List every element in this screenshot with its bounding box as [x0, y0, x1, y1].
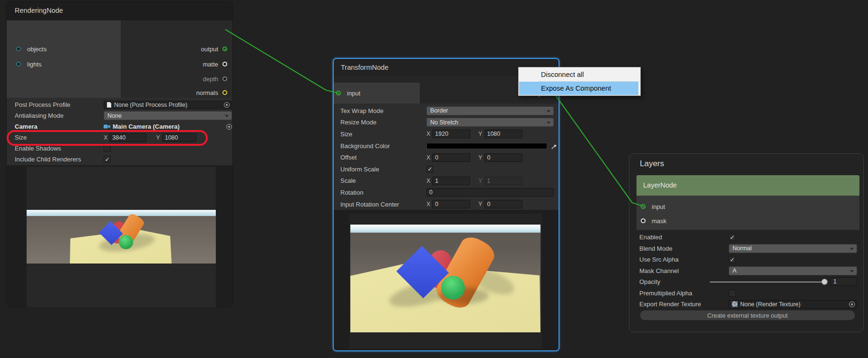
port-input-icon[interactable]	[336, 91, 341, 95]
menu-item-expose-as-component[interactable]: Expose As Component	[519, 82, 638, 95]
layer-node-header[interactable]: LayerNode	[637, 175, 859, 196]
row-post-process-profile: Post Process Profile None (Post Process …	[15, 99, 232, 110]
rendering-node-preview	[27, 167, 216, 307]
row-tex-wrap-mode: Tex Wrap Mode Border	[340, 105, 559, 117]
background-color-swatch[interactable]	[426, 143, 547, 149]
port-output-icon[interactable]	[222, 47, 227, 51]
premultiplied-alpha-checkbox[interactable]	[729, 290, 736, 297]
port-depth[interactable]: depth	[203, 74, 227, 84]
size-annotation-highlight	[7, 130, 208, 146]
layers-panel: Layers LayerNode input mask Enabled ✓ Bl…	[629, 153, 864, 332]
row-input-rotation-center: Input Rotation Center X 0 Y 0	[340, 198, 559, 210]
include-child-renderers-checkbox[interactable]: ✓	[104, 156, 111, 163]
row-scale: Scale X 1 Y 1	[340, 175, 559, 187]
port-output-dot	[224, 48, 226, 50]
render-texture-icon	[732, 301, 738, 307]
port-mask-icon[interactable]	[641, 218, 646, 223]
layer-node-properties: Enabled ✓ Blend Mode Normal Use Src Alph…	[629, 230, 863, 309]
mask-channel-dropdown[interactable]: A	[729, 266, 857, 275]
row-include-child-renderers: Include Child Renderers ✓	[15, 154, 232, 165]
port-matte-icon[interactable]	[222, 62, 227, 66]
rendering-node-ports: objects lights output matte depth normal…	[7, 20, 232, 98]
chevron-down-icon	[547, 122, 550, 124]
port-input-dot	[338, 93, 339, 94]
transform-node-preview-section	[334, 210, 559, 350]
row-background-color: Background Color	[340, 140, 559, 152]
row-rotation: Rotation 0	[340, 187, 559, 198]
rendering-node-panel: RenderingNode objects lights output matt…	[6, 1, 233, 307]
opacity-slider-knob[interactable]	[821, 279, 828, 285]
context-menu: Disconnect all Expose As Component	[518, 67, 641, 96]
enabled-checkbox[interactable]: ✓	[729, 234, 736, 241]
rotation-center-y-input[interactable]: 0	[484, 200, 522, 208]
preview-sky	[27, 210, 216, 216]
layers-panel-title: Layers	[640, 159, 664, 169]
object-picker-icon[interactable]	[226, 124, 232, 130]
port-objects[interactable]: objects	[16, 44, 47, 54]
object-picker-icon[interactable]	[849, 301, 855, 307]
row-blend-mode: Blend Mode Normal	[639, 243, 863, 254]
row-export-render-texture: Export Render Texture None (Render Textu…	[639, 299, 863, 310]
post-process-profile-field[interactable]: None (Post Process Profile)	[104, 101, 232, 109]
row-enabled: Enabled ✓	[639, 232, 863, 243]
layer-node: LayerNode input mask	[637, 175, 859, 230]
port-mask[interactable]: mask	[641, 216, 666, 226]
transform-node-preview	[349, 214, 542, 349]
transform-node-panel: TransformNode input output Tex Wrap Mode…	[333, 58, 559, 351]
camera-object-field[interactable]: Main Camera (Camera)	[104, 123, 232, 130]
resize-mode-dropdown[interactable]: No Stretch	[426, 118, 554, 127]
chevron-down-icon	[850, 248, 854, 250]
opacity-value-input[interactable]: 1	[830, 277, 857, 286]
opacity-slider-track[interactable]	[710, 282, 828, 283]
size-y-input[interactable]: 1080	[484, 130, 522, 138]
row-offset: Offset X 0 Y 0	[340, 151, 559, 163]
row-size: Size X 1920 Y 1080	[340, 128, 559, 140]
row-antialiasing-mode: Antialiasing Mode None	[15, 110, 232, 121]
chevron-down-icon	[850, 270, 854, 273]
enable-shadows-checkbox[interactable]	[104, 145, 111, 152]
preview-green-sphere	[119, 235, 133, 249]
antialiasing-mode-dropdown[interactable]: None	[104, 111, 232, 120]
scale-x-input[interactable]: 1	[432, 177, 470, 185]
rendering-node-title: RenderingNode	[15, 7, 63, 14]
size-x-input[interactable]: 1920	[432, 130, 470, 138]
blend-mode-dropdown[interactable]: Normal	[729, 244, 857, 253]
rotation-center-x-input[interactable]: 0	[432, 200, 470, 208]
port-normals[interactable]: normals	[196, 88, 227, 97]
port-objects-icon[interactable]	[16, 47, 21, 51]
create-external-texture-output-button[interactable]: Create external texture output	[640, 310, 855, 320]
offset-x-input[interactable]: 0	[432, 153, 470, 162]
rendering-node-preview-section	[7, 165, 232, 307]
offset-y-input[interactable]: 0	[484, 153, 522, 162]
scale-y-input-disabled: 1	[484, 177, 522, 185]
port-input-icon[interactable]	[641, 204, 646, 209]
rendered-image	[27, 210, 216, 264]
use-src-alpha-checkbox[interactable]: ✓	[729, 256, 736, 263]
row-opacity: Opacity 1	[639, 276, 863, 288]
profile-asset-icon	[107, 102, 111, 108]
port-output[interactable]: output	[201, 44, 227, 54]
export-render-texture-field[interactable]: None (Render Texture)	[729, 300, 857, 309]
chevron-down-icon	[547, 110, 550, 113]
eyedropper-icon[interactable]	[551, 143, 557, 149]
row-resize-mode: Resize Mode No Stretch	[340, 117, 559, 129]
port-input[interactable]: input	[641, 202, 665, 211]
port-input-dot	[643, 206, 644, 207]
port-input[interactable]: input	[336, 88, 360, 98]
port-normals-icon[interactable]	[222, 90, 227, 95]
row-mask-channel: Mask Channel A	[639, 265, 863, 277]
port-lights[interactable]: lights	[16, 59, 41, 69]
tex-wrap-mode-dropdown[interactable]: Border	[426, 106, 554, 115]
port-matte[interactable]: matte	[203, 59, 227, 69]
uniform-scale-checkbox[interactable]: ✓	[426, 166, 434, 173]
wire-rendering-to-transform[interactable]	[225, 29, 338, 93]
transform-node-title: TransformNode	[341, 64, 388, 71]
port-depth-icon[interactable]	[222, 76, 227, 81]
menu-item-disconnect-all[interactable]: Disconnect all	[519, 68, 640, 81]
row-premultiplied-alpha: Premultiplied Alpha	[639, 288, 863, 299]
rotation-input[interactable]: 0	[426, 188, 554, 197]
object-picker-icon[interactable]	[224, 102, 230, 108]
port-lights-icon[interactable]	[16, 62, 21, 66]
rendering-node-header[interactable]: RenderingNode	[7, 1, 232, 20]
camera-icon	[104, 124, 110, 129]
